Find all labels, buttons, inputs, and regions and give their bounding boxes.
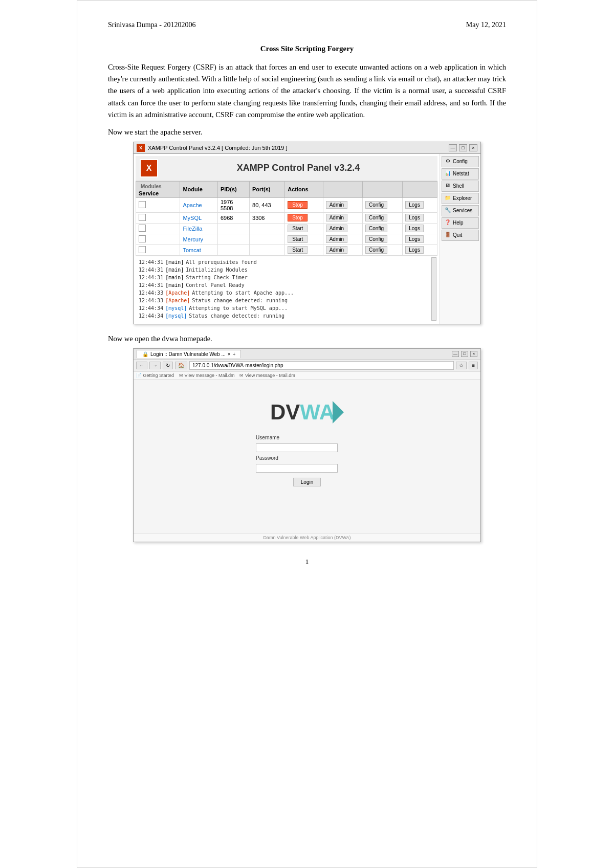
browser-tab[interactable]: 🔒 Login :: Damn Vulnerable Web ... × + [137, 350, 241, 358]
module-service-1 [136, 212, 180, 223]
bookmark-getting-started[interactable]: 📄 Getting Started [136, 373, 174, 378]
start-button-mercury[interactable]: Start [288, 235, 308, 243]
col-module-header: Module [180, 181, 218, 197]
log-msg: Control Panel Ready [186, 281, 244, 289]
module-logs-1[interactable]: Logs [403, 212, 437, 223]
module-admin-4[interactable]: Admin [323, 244, 362, 255]
admin-button-filezilla[interactable]: Admin [326, 225, 347, 232]
browser-refresh-button[interactable]: ↻ [163, 362, 173, 369]
browser-back-button[interactable]: ← [136, 362, 147, 369]
admin-button-apache[interactable]: Admin [326, 201, 347, 209]
xampp-main-panel: X XAMPP Control Panel v3.2.4 Modules Ser… [134, 154, 440, 324]
xampp-sidebar-btn-quit[interactable]: 🚪Quit [442, 230, 479, 241]
module-config-0[interactable]: Config [363, 197, 403, 212]
logs-button-filezilla[interactable]: Logs [405, 225, 424, 232]
module-action-2[interactable]: Start [285, 223, 323, 234]
username-input[interactable] [256, 443, 338, 452]
service-checkbox-4[interactable] [139, 246, 146, 253]
browser-tab-close[interactable]: × [228, 351, 231, 357]
config-button-tomcat[interactable]: Config [365, 246, 387, 254]
browser-close-button[interactable]: × [470, 351, 477, 357]
module-config-4[interactable]: Config [363, 244, 403, 255]
module-port-3 [250, 234, 285, 244]
admin-button-mysql[interactable]: Admin [326, 214, 347, 221]
browser-new-tab[interactable]: + [233, 351, 236, 357]
password-input[interactable] [256, 464, 338, 473]
xampp-sidebar-btn-shell[interactable]: 🖥Shell [442, 181, 479, 192]
xampp-minimize-button[interactable]: — [449, 144, 457, 151]
module-name-apache: Apache [183, 202, 202, 208]
bookmark-view-message-1[interactable]: ✉ View message - Mail.dm [179, 373, 234, 378]
module-action-0[interactable]: Stop [285, 197, 323, 212]
xampp-sidebar-btn-services[interactable]: 🔧Services [442, 205, 479, 216]
module-name-cell-3: Mercury [180, 234, 218, 244]
module-config-2[interactable]: Config [363, 223, 403, 234]
service-checkbox-2[interactable] [139, 225, 146, 232]
module-port-4 [250, 244, 285, 255]
xampp-sidebar-btn-help[interactable]: ❓Help [442, 217, 479, 229]
logs-button-mysql[interactable]: Logs [405, 214, 424, 221]
config-button-filezilla[interactable]: Config [365, 225, 387, 232]
service-checkbox-1[interactable] [139, 214, 146, 221]
xampp-sidebar-btn-config[interactable]: ⚙Config [442, 156, 479, 167]
log-line: 12:44:34[mysql]Status change detected: r… [139, 312, 434, 320]
module-action-4[interactable]: Start [285, 244, 323, 255]
browser-menu-button[interactable]: ≡ [469, 362, 478, 369]
browser-home-button[interactable]: 🏠 [175, 362, 187, 369]
module-pid-3 [217, 234, 249, 244]
module-admin-3[interactable]: Admin [323, 234, 362, 244]
xampp-sidebar-btn-netstat[interactable]: 📊Netstat [442, 168, 479, 180]
admin-button-mercury[interactable]: Admin [326, 235, 347, 243]
browser-address-bar[interactable] [189, 361, 454, 370]
config-button-mercury[interactable]: Config [365, 235, 387, 243]
module-logs-0[interactable]: Logs [403, 197, 437, 212]
col-ports-header: Port(s) [250, 181, 285, 197]
browser-bookmarks-button[interactable]: ☆ [456, 362, 467, 369]
module-logs-3[interactable]: Logs [403, 234, 437, 244]
browser-forward-button[interactable]: → [149, 362, 161, 369]
module-name-cell-4: Tomcat [180, 244, 218, 255]
module-logs-4[interactable]: Logs [403, 244, 437, 255]
col-logs-header [403, 181, 437, 197]
table-row: Mercury Start Admin Config Logs [136, 234, 437, 244]
dvwa-logo-arrow [333, 401, 344, 424]
module-pid-2 [217, 223, 249, 234]
logs-button-mercury[interactable]: Logs [405, 235, 424, 243]
log-scrollbar[interactable] [431, 257, 436, 321]
start-button-filezilla[interactable]: Start [288, 225, 308, 232]
module-admin-0[interactable]: Admin [323, 197, 362, 212]
module-action-3[interactable]: Start [285, 234, 323, 244]
module-name-mysql: MySQL [183, 215, 202, 221]
config-button-mysql[interactable]: Config [365, 214, 387, 221]
stop-button-mysql[interactable]: Stop [288, 214, 308, 221]
service-checkbox-3[interactable] [139, 235, 146, 242]
author-name: Srinivasa Dumpa - 201202006 [108, 21, 195, 29]
xampp-window-buttons[interactable]: — □ × [449, 144, 477, 151]
module-config-1[interactable]: Config [363, 212, 403, 223]
admin-button-tomcat[interactable]: Admin [326, 246, 347, 254]
module-admin-1[interactable]: Admin [323, 212, 362, 223]
xampp-panel-title: XAMPP Control Panel v3.2.4 [163, 163, 433, 173]
module-admin-2[interactable]: Admin [323, 223, 362, 234]
module-logs-2[interactable]: Logs [403, 223, 437, 234]
logs-button-tomcat[interactable]: Logs [405, 246, 424, 254]
shell-icon: 🖥 [444, 183, 451, 190]
module-action-1[interactable]: Stop [285, 212, 323, 223]
start-button-tomcat[interactable]: Start [288, 246, 308, 254]
bookmark-view-message-2[interactable]: ✉ View message - Mail.dm [239, 373, 295, 378]
xampp-close-button[interactable]: × [469, 144, 477, 151]
log-time: 12:44:31 [139, 274, 163, 281]
logs-button-apache[interactable]: Logs [405, 201, 424, 209]
xampp-restore-button[interactable]: □ [459, 144, 467, 151]
module-config-3[interactable]: Config [363, 234, 403, 244]
xampp-sidebar-btn-explorer[interactable]: 📁Explorer [442, 193, 479, 204]
module-pid-4 [217, 244, 249, 255]
service-checkbox-0[interactable] [139, 201, 146, 208]
config-button-apache[interactable]: Config [365, 201, 387, 209]
browser-tab-title: Login :: Damn Vulnerable Web ... [150, 351, 226, 357]
browser-minimize-button[interactable]: — [452, 351, 459, 357]
browser-window-buttons[interactable]: — □ × [452, 351, 477, 357]
login-button[interactable]: Login [293, 478, 321, 486]
stop-button-apache[interactable]: Stop [288, 201, 308, 209]
browser-restore-button[interactable]: □ [461, 351, 468, 357]
